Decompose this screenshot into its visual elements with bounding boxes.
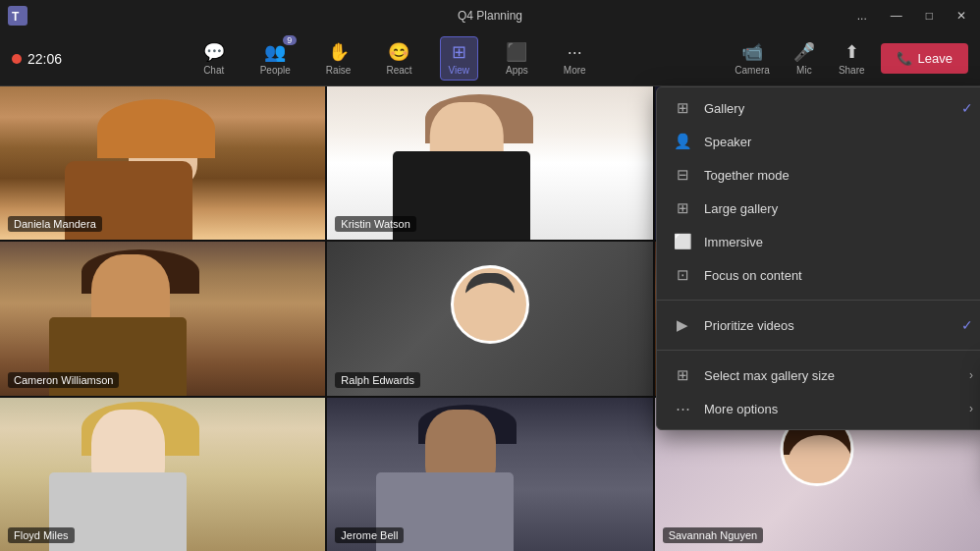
gallery-size-section: ⊞ Select max gallery size › 4 people 9 p… [657,355,980,429]
focus-label: Focus on content [704,268,802,283]
title-bar-controls: ... — □ ✕ [851,7,972,25]
video-cell-ralph: Ralph Edwards [327,242,652,395]
divider-2 [657,350,980,351]
prioritize-section: ▶ Prioritize videos ✓ [657,304,980,346]
people-badge: 9 [283,35,297,45]
large-gallery-icon: ⊞ [673,199,692,217]
apps-icon: ⬛ [506,41,527,63]
app-title: Q4 Planning [458,9,522,23]
together-option[interactable]: ⊟ Together mode [657,158,980,192]
toolbar-chat[interactable]: 💬 Chat [195,37,233,80]
more-label: More [564,65,586,76]
close-btn[interactable]: ✕ [951,7,972,25]
people-label: People [260,65,291,76]
more-options-btn[interactable]: ... [851,7,873,25]
gallery-size-arrow: › [969,368,973,382]
react-label: React [386,65,411,76]
share-btn[interactable]: ⬆ Share [831,37,873,80]
toolbar-view[interactable]: ⊞ View [440,36,479,81]
toolbar-right: 📹 Camera 🎤 Mic ⬆ Share 📞 Leave [727,37,968,80]
title-bar: T Q4 Planning ... — □ ✕ [0,0,980,31]
video-cell-floyd: Floyd Miles [0,398,325,551]
share-label: Share [839,65,865,76]
video-cell-daniela: Daniela Mandera [0,86,325,240]
call-timer: 22:06 [27,51,62,67]
name-tag-kristin: Kristin Watson [335,216,416,232]
more-options-label: More options [704,402,778,416]
gallery-label: Gallery [704,101,744,116]
more-options-arrow: › [969,402,973,415]
prioritize-videos-option[interactable]: ▶ Prioritize videos ✓ [657,308,980,342]
gallery-icon: ⊞ [673,99,692,117]
together-icon: ⊟ [673,166,692,184]
prioritize-check: ✓ [961,317,973,333]
camera-btn[interactable]: 📹 Camera [727,37,778,80]
chat-icon: 💬 [203,41,225,63]
prioritize-icon: ▶ [673,316,692,334]
mic-label: Mic [796,65,812,76]
more-icon: ··· [568,42,582,63]
react-icon: 😊 [388,41,409,63]
record-dot [12,54,22,64]
gallery-size-icon: ⊞ [673,366,692,384]
camera-icon: 📹 [741,41,763,63]
raise-label: Raise [326,65,352,76]
speaker-option[interactable]: 👤 Speaker [657,125,980,158]
speaker-label: Speaker [704,135,751,149]
toolbar-more[interactable]: ··· More [556,38,594,80]
large-gallery-option[interactable]: ⊞ Large gallery [657,192,980,225]
immersive-label: Immersive [704,235,763,249]
video-cell-kristin: Kristin Watson [327,86,652,240]
speaker-icon: 👤 [673,133,692,150]
name-tag-floyd: Floyd Miles [8,527,75,543]
view-dropdown: ⊞ Gallery ✓ 👤 Speaker ⊟ Together mode ⊞ … [656,86,980,430]
name-tag-savannah: Savannah Nguyen [663,527,764,543]
toolbar-people[interactable]: 👥 People 9 [252,37,299,80]
phone-icon: 📞 [897,51,912,66]
focus-option[interactable]: ⊡ Focus on content [657,258,980,292]
prioritize-label: Prioritize videos [704,318,794,333]
together-label: Together mode [704,168,789,183]
mic-btn[interactable]: 🎤 Mic [786,37,823,80]
toolbar-center: 💬 Chat 👥 People 9 ✋ Raise 😊 React ⊞ View… [62,36,727,81]
raise-icon: ✋ [328,41,350,63]
more-options-option[interactable]: ⋯ More options › [657,392,980,425]
select-max-gallery-option[interactable]: ⊞ Select max gallery size › 4 people 9 p… [657,358,980,392]
video-cell-jerome: Jerome Bell [327,398,652,551]
video-cell-cameron: Cameron Williamson [0,242,325,395]
toolbar-raise[interactable]: ✋ Raise [318,37,359,80]
minimize-btn[interactable]: — [885,7,908,25]
leave-label: Leave [918,51,953,66]
more-options-icon: ⋯ [673,400,692,417]
teams-logo: T [8,6,27,26]
mic-icon: 🎤 [793,41,815,63]
view-label: View [449,65,470,76]
apps-label: Apps [506,65,528,76]
immersive-icon: ⬜ [673,233,692,250]
divider-1 [657,300,980,301]
toolbar-left: 22:06 [12,51,62,67]
view-options-section: ⊞ Gallery ✓ 👤 Speaker ⊟ Together mode ⊞ … [657,87,980,296]
name-tag-cameron: Cameron Williamson [8,372,119,388]
name-tag-jerome: Jerome Bell [335,527,404,543]
focus-icon: ⊡ [673,266,692,284]
toolbar: 22:06 💬 Chat 👥 People 9 ✋ Raise 😊 React … [0,31,980,86]
name-tag-ralph: Ralph Edwards [335,372,420,388]
share-icon: ⬆ [844,41,859,63]
camera-label: Camera [735,65,770,76]
toolbar-react[interactable]: 😊 React [378,37,419,80]
people-icon: 👥 [264,41,286,63]
chat-label: Chat [203,65,224,76]
svg-text:T: T [12,10,20,24]
leave-button[interactable]: 📞 Leave [881,43,968,74]
immersive-option[interactable]: ⬜ Immersive [657,225,980,258]
gallery-option[interactable]: ⊞ Gallery ✓ [657,91,980,125]
view-icon: ⊞ [452,41,466,63]
toolbar-apps[interactable]: ⬛ Apps [498,37,536,80]
select-max-label: Select max gallery size [704,368,835,383]
name-tag-daniela: Daniela Mandera [8,216,102,232]
maximize-btn[interactable]: □ [920,7,939,25]
title-bar-left: T [8,6,27,26]
large-gallery-label: Large gallery [704,201,778,216]
gallery-check: ✓ [961,100,973,116]
